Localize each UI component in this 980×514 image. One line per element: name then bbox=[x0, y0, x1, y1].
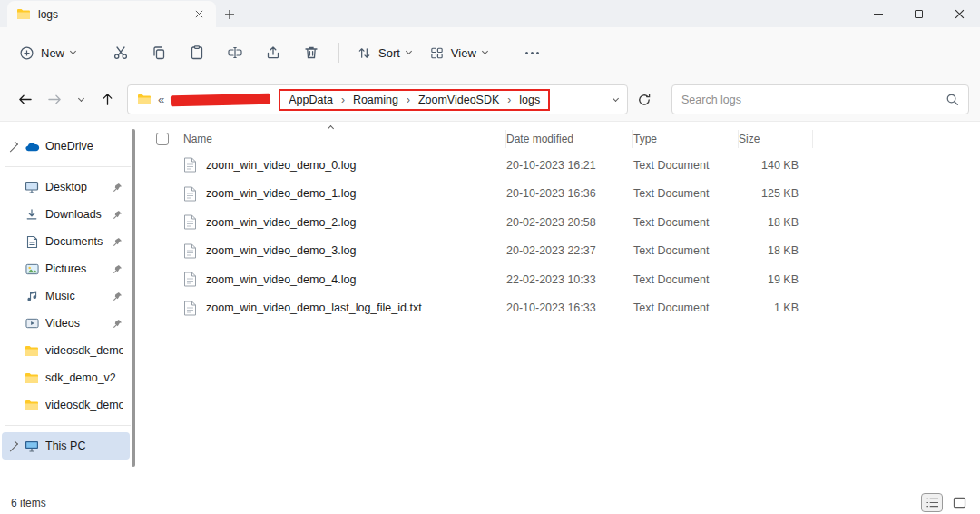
sidebar-item-videosdk-demo-2[interactable]: videosdk_demo bbox=[2, 391, 130, 419]
maximize-icon bbox=[915, 10, 923, 18]
file-name: zoom_win_video_demo_0.log bbox=[206, 159, 356, 172]
sidebar-item-label: videosdk_demo bbox=[45, 344, 122, 357]
recent-locations-button[interactable] bbox=[71, 86, 91, 114]
file-type: Text Document bbox=[633, 244, 739, 257]
new-tab-button[interactable] bbox=[216, 1, 243, 27]
toolbar-divider bbox=[338, 43, 339, 63]
address-bar[interactable]: « AppData › Roaming › ZoomVideoSDK › log… bbox=[127, 84, 628, 114]
refresh-button[interactable] bbox=[631, 86, 658, 114]
new-button[interactable]: New bbox=[11, 39, 83, 67]
sidebar-item-desktop[interactable]: Desktop bbox=[2, 173, 130, 201]
copy-icon bbox=[151, 44, 167, 61]
column-header-date-modified[interactable]: Date modified bbox=[506, 130, 633, 148]
column-headers: Name Date modified Type Size bbox=[136, 127, 980, 151]
paste-button[interactable] bbox=[179, 37, 215, 68]
folder-icon bbox=[16, 8, 31, 20]
sidebar-item-downloads[interactable]: Downloads bbox=[2, 201, 130, 228]
sidebar-item-documents[interactable]: Documents bbox=[2, 228, 130, 255]
breadcrumb-roaming[interactable]: Roaming bbox=[353, 94, 398, 106]
file-date-modified: 20-10-2023 16:33 bbox=[506, 301, 633, 314]
minimize-button[interactable] bbox=[858, 0, 898, 27]
new-button-label: New bbox=[41, 46, 64, 60]
breadcrumb-appdata[interactable]: AppData bbox=[289, 94, 333, 106]
view-button[interactable]: View bbox=[421, 39, 495, 67]
rename-button[interactable] bbox=[217, 37, 253, 68]
file-name: zoom_win_video_demo_1.log bbox=[206, 187, 356, 200]
sidebar-item-videos[interactable]: Videos bbox=[2, 310, 130, 337]
command-toolbar: New bbox=[0, 27, 980, 78]
main-content: OneDrive Desktop Downloads bbox=[0, 122, 980, 491]
pin-icon bbox=[113, 237, 122, 247]
address-dropdown-icon[interactable] bbox=[612, 94, 619, 101]
sidebar-item-this-pc[interactable]: This PC bbox=[2, 432, 130, 460]
breadcrumb-highlight-box: AppData › Roaming › ZoomVideoSDK › logs bbox=[279, 89, 550, 111]
column-header-type[interactable]: Type bbox=[633, 130, 739, 148]
sidebar-item-videosdk-demo-1[interactable]: videosdk_demo bbox=[2, 337, 130, 364]
maximize-button[interactable] bbox=[898, 0, 939, 27]
breadcrumb-logs[interactable]: logs bbox=[519, 94, 540, 106]
cut-button[interactable] bbox=[103, 37, 139, 68]
file-type: Text Document bbox=[633, 301, 739, 314]
explorer-tab[interactable]: logs bbox=[7, 1, 216, 27]
chevron-right-icon[interactable] bbox=[7, 141, 18, 152]
up-button[interactable] bbox=[93, 86, 121, 114]
search-input[interactable] bbox=[681, 94, 940, 106]
cut-icon bbox=[113, 44, 129, 61]
tab-close-icon[interactable] bbox=[191, 6, 207, 23]
more-options-button[interactable] bbox=[514, 37, 551, 68]
breadcrumb-overflow-indicator[interactable]: « bbox=[158, 93, 164, 106]
sidebar-item-label: Music bbox=[45, 290, 107, 302]
thumbnail-view-button[interactable] bbox=[949, 494, 969, 511]
plus-icon bbox=[224, 9, 235, 20]
forward-button[interactable] bbox=[41, 86, 68, 114]
file-date-modified: 22-02-2023 10:33 bbox=[506, 273, 633, 286]
sidebar-item-label: Downloads bbox=[45, 208, 107, 221]
copy-button[interactable] bbox=[141, 37, 177, 68]
chevron-down-icon bbox=[70, 48, 76, 54]
chevron-down-icon bbox=[77, 94, 83, 101]
sidebar-item-music[interactable]: Music bbox=[2, 282, 130, 310]
file-row[interactable]: zoom_win_video_demo_4.log 22-02-2023 10:… bbox=[136, 265, 980, 294]
breadcrumb-separator-icon: › bbox=[341, 94, 345, 106]
file-name: zoom_win_video_demo_4.log bbox=[206, 273, 356, 286]
file-size: 19 KB bbox=[739, 273, 813, 286]
file-type: Text Document bbox=[633, 273, 739, 286]
file-size: 140 KB bbox=[739, 159, 813, 172]
column-header-size[interactable]: Size bbox=[739, 130, 813, 148]
select-all-checkbox[interactable] bbox=[156, 133, 169, 145]
file-size: 18 KB bbox=[739, 216, 813, 229]
sort-button[interactable]: Sort bbox=[348, 39, 419, 67]
share-button[interactable] bbox=[255, 37, 291, 68]
chevron-right-icon[interactable] bbox=[7, 440, 18, 451]
pictures-icon bbox=[24, 263, 40, 275]
items-count: 6 items bbox=[11, 497, 46, 509]
search-icon bbox=[946, 93, 959, 106]
file-row[interactable]: zoom_win_video_demo_3.log 20-02-2023 22:… bbox=[136, 237, 980, 266]
view-icon bbox=[429, 45, 445, 61]
file-row[interactable]: zoom_win_video_demo_last_log_file_id.txt… bbox=[136, 294, 980, 323]
text-document-icon bbox=[183, 214, 197, 230]
close-button[interactable] bbox=[939, 0, 980, 27]
chevron-down-icon bbox=[406, 48, 412, 54]
details-view-button[interactable] bbox=[922, 494, 942, 511]
file-row[interactable]: zoom_win_video_demo_0.log 20-10-2023 16:… bbox=[136, 151, 980, 180]
sidebar-item-onedrive[interactable]: OneDrive bbox=[2, 133, 130, 160]
delete-button[interactable] bbox=[293, 37, 329, 68]
folder-icon bbox=[24, 400, 40, 411]
sidebar-item-sdk-demo-v2[interactable]: sdk_demo_v2 bbox=[2, 364, 130, 391]
this-pc-icon bbox=[24, 440, 40, 452]
text-document-icon bbox=[183, 301, 197, 316]
back-button[interactable] bbox=[11, 86, 38, 114]
downloads-icon bbox=[24, 208, 40, 221]
file-row[interactable]: zoom_win_video_demo_2.log 20-02-2023 20:… bbox=[136, 208, 980, 237]
sidebar-item-label: Videos bbox=[45, 317, 107, 330]
breadcrumb-zoomvideosdk[interactable]: ZoomVideoSDK bbox=[418, 94, 499, 106]
file-date-modified: 20-02-2023 22:37 bbox=[506, 244, 633, 257]
sidebar-scrollbar[interactable] bbox=[132, 129, 135, 467]
file-size: 18 KB bbox=[739, 244, 813, 257]
column-header-name[interactable]: Name bbox=[183, 130, 506, 148]
sidebar-item-label: sdk_demo_v2 bbox=[45, 371, 122, 384]
search-box[interactable] bbox=[671, 84, 969, 114]
sidebar-item-pictures[interactable]: Pictures bbox=[2, 255, 130, 282]
file-row[interactable]: zoom_win_video_demo_1.log 20-10-2023 16:… bbox=[136, 180, 980, 209]
